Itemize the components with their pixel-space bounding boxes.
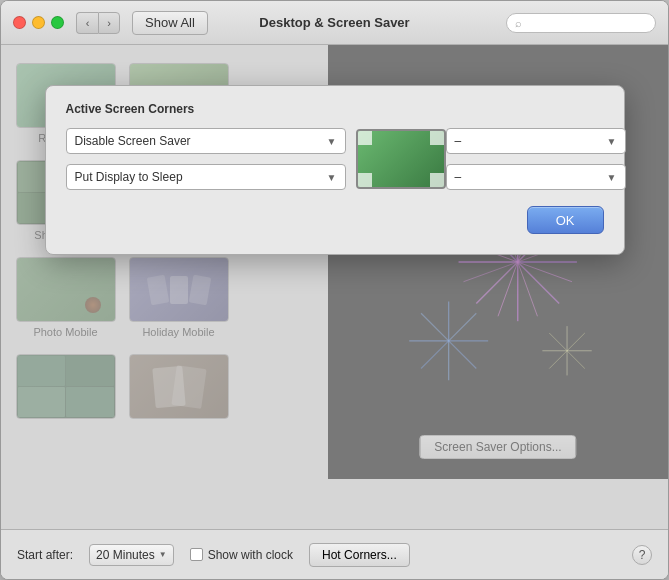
bottom-left-dropdown[interactable]: Put Display to Sleep ▼ [66,164,346,190]
hot-corners-dialog: Active Screen Corners Disable Screen Sav… [45,85,625,255]
search-icon: ⌕ [515,17,522,29]
title-bar: ‹ › Show All Desktop & Screen Saver ⌕ [1,1,668,45]
close-button[interactable] [13,16,26,29]
corner-indicator-br [430,173,444,187]
corner-indicator-tr [430,131,444,145]
start-after-dropdown[interactable]: 20 Minutes ▼ [89,544,174,566]
search-box[interactable]: ⌕ [506,13,656,33]
dialog-grid: Disable Screen Saver ▼ – ▼ [66,128,604,190]
bottom-right-dropdown[interactable]: – ▼ [446,164,626,190]
show-with-clock-checkbox[interactable]: Show with clock [190,548,293,562]
dropdown-arrow-icon: ▼ [327,136,337,147]
bottom-bar: Start after: 20 Minutes ▼ Show with cloc… [1,529,668,579]
show-all-button[interactable]: Show All [132,11,208,35]
hot-corners-button[interactable]: Hot Corners... [309,543,410,567]
bottom-right-value: – [455,170,462,184]
start-after-label: Start after: [17,548,73,562]
back-button[interactable]: ‹ [76,12,98,34]
main-window: ‹ › Show All Desktop & Screen Saver ⌕ Re… [0,0,669,580]
start-after-value: 20 Minutes [96,548,155,562]
maximize-button[interactable] [51,16,64,29]
corner-indicator-tl [358,131,372,145]
nav-buttons: ‹ › [76,12,120,34]
search-input[interactable] [526,16,647,30]
show-with-clock-label: Show with clock [208,548,293,562]
dropdown-arrow-icon: ▼ [607,172,617,183]
dialog-title: Active Screen Corners [66,102,604,116]
corner-indicator-bl [358,173,372,187]
ok-button-row: OK [66,206,604,234]
corner-preview [356,129,446,189]
forward-button[interactable]: › [98,12,120,34]
main-content: Reflections Origami [1,45,668,529]
bottom-left-value: Put Display to Sleep [75,170,183,184]
traffic-lights [13,16,64,29]
ok-button[interactable]: OK [527,206,604,234]
window-title: Desktop & Screen Saver [259,15,409,30]
dropdown-arrow-icon: ▼ [327,172,337,183]
overlay-backdrop: Active Screen Corners Disable Screen Sav… [1,45,668,529]
dropdown-arrow-icon: ▼ [159,550,167,559]
top-right-value: – [455,134,462,148]
checkbox-icon[interactable] [190,548,203,561]
help-button[interactable]: ? [632,545,652,565]
top-right-dropdown[interactable]: – ▼ [446,128,626,154]
dropdown-arrow-icon: ▼ [607,136,617,147]
top-left-dropdown[interactable]: Disable Screen Saver ▼ [66,128,346,154]
top-left-value: Disable Screen Saver [75,134,191,148]
minimize-button[interactable] [32,16,45,29]
